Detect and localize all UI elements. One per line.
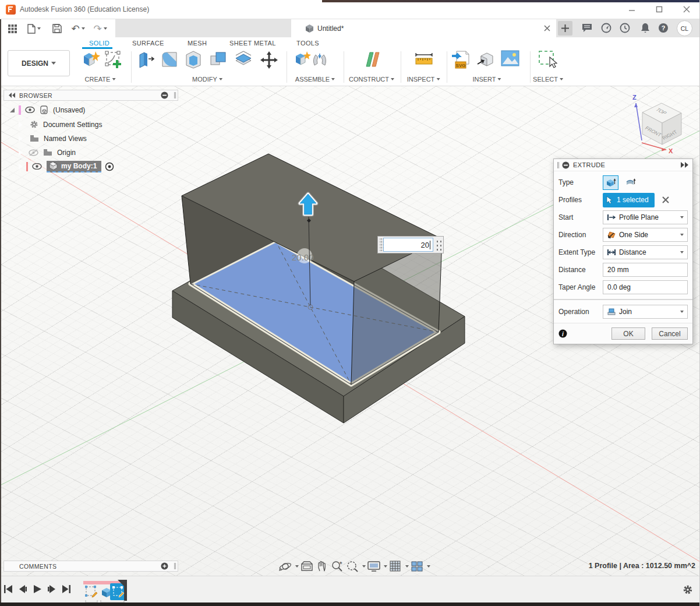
viewport[interactable]: 20.00 20 Z X bbox=[0, 86, 700, 576]
notifications-button[interactable] bbox=[638, 21, 653, 35]
extensions-button[interactable] bbox=[599, 21, 614, 35]
group-label-assemble[interactable]: ASSEMBLE bbox=[295, 76, 335, 83]
document-tab[interactable]: Untitled* bbox=[291, 19, 556, 37]
tree-row-body[interactable]: my Body:1 bbox=[19, 160, 118, 172]
display-caret-icon[interactable] bbox=[384, 565, 387, 568]
combine-button[interactable] bbox=[209, 50, 228, 71]
collapsed-arrow-icon[interactable] bbox=[19, 164, 23, 170]
move-copy-button[interactable] bbox=[259, 50, 279, 72]
close-window-button[interactable] bbox=[678, 3, 695, 16]
type-thin-extrude-button[interactable] bbox=[623, 175, 638, 190]
tree-row-document-settings[interactable]: Document Settings bbox=[19, 118, 105, 131]
browser-grip[interactable] bbox=[174, 92, 175, 98]
app-launcher-icon[interactable] bbox=[5, 22, 20, 36]
distance-input-field[interactable]: 20 bbox=[383, 238, 433, 252]
close-tab-icon[interactable] bbox=[544, 25, 550, 31]
taper-angle-input[interactable]: 0.0 deg bbox=[603, 280, 688, 294]
insert-mesh-button[interactable] bbox=[476, 50, 495, 71]
ground-to-parent-icon[interactable] bbox=[105, 162, 114, 171]
browser-collapse-all-icon[interactable] bbox=[161, 91, 168, 99]
direction-dropdown[interactable]: One Side bbox=[603, 228, 688, 242]
tree-row-root[interactable]: (Unsaved) bbox=[8, 104, 89, 116]
tree-row-named-views[interactable]: Named Views bbox=[19, 132, 90, 145]
select-button[interactable] bbox=[538, 50, 558, 71]
timeline-settings-gear-icon[interactable] bbox=[683, 584, 693, 595]
display-settings-tool[interactable] bbox=[367, 559, 381, 573]
tab-sheet-metal[interactable]: SHEET METAL bbox=[229, 40, 276, 47]
redo-button[interactable]: ↷ bbox=[91, 22, 109, 36]
job-status-button[interactable] bbox=[579, 21, 595, 35]
group-label-create[interactable]: CREATE bbox=[85, 76, 116, 83]
create-sketch-button[interactable] bbox=[104, 50, 124, 71]
collapse-browser-icon[interactable] bbox=[9, 93, 16, 98]
step-forward-icon[interactable] bbox=[47, 584, 56, 594]
operation-dropdown[interactable]: Join bbox=[603, 305, 688, 319]
play-icon[interactable] bbox=[33, 584, 42, 594]
orbit-tool[interactable] bbox=[278, 559, 292, 573]
start-dropdown[interactable]: Profile Plane bbox=[603, 210, 688, 224]
visibility-eye-icon[interactable] bbox=[32, 163, 42, 170]
tab-solid[interactable]: SOLID bbox=[89, 40, 109, 47]
tab-surface[interactable]: SURFACE bbox=[132, 40, 164, 47]
group-label-insert[interactable]: INSERT bbox=[472, 76, 501, 83]
comments-bar[interactable]: COMMENTS bbox=[3, 561, 178, 572]
viewports-caret-icon[interactable] bbox=[427, 565, 430, 568]
viewports-tool[interactable] bbox=[410, 559, 424, 573]
group-label-construct[interactable]: CONSTRUCT bbox=[349, 76, 394, 83]
grid-caret-icon[interactable] bbox=[405, 565, 409, 568]
tree-row-origin[interactable]: Origin bbox=[19, 146, 79, 158]
cancel-button[interactable]: Cancel bbox=[652, 327, 688, 340]
minimize-button[interactable] bbox=[623, 3, 641, 16]
offset-face-button[interactable] bbox=[234, 50, 253, 71]
comments-grip[interactable] bbox=[174, 563, 175, 569]
fillet-button[interactable] bbox=[160, 50, 179, 71]
group-label-select[interactable]: SELECT bbox=[533, 76, 563, 83]
input-drag-grip[interactable] bbox=[379, 238, 383, 251]
input-options-handle-icon[interactable] bbox=[435, 238, 442, 251]
pan-tool[interactable] bbox=[315, 559, 329, 573]
dialog-collapse-icon[interactable] bbox=[562, 161, 570, 169]
new-document-tab-button[interactable] bbox=[558, 21, 572, 36]
tree-label-origin[interactable]: Origin bbox=[57, 149, 76, 157]
dialog-grip[interactable] bbox=[557, 162, 558, 168]
save-button[interactable] bbox=[50, 22, 64, 36]
maximize-button[interactable] bbox=[650, 3, 668, 16]
new-component-button[interactable] bbox=[294, 50, 311, 70]
press-pull-button[interactable] bbox=[136, 50, 155, 71]
go-to-end-icon[interactable] bbox=[62, 584, 71, 594]
tree-label-document-settings[interactable]: Document Settings bbox=[43, 121, 102, 129]
zoom-window-caret-icon[interactable] bbox=[362, 565, 366, 568]
shell-button[interactable] bbox=[184, 50, 203, 71]
dialog-header[interactable]: EXTRUDE bbox=[554, 159, 692, 171]
undo-button[interactable]: ↶ bbox=[69, 22, 87, 36]
distance-value-input[interactable]: 20 mm bbox=[603, 263, 688, 277]
timeline-position-marker[interactable] bbox=[116, 579, 128, 601]
collapsed-arrow-icon[interactable] bbox=[19, 136, 23, 142]
tree-label-unsaved[interactable]: (Unsaved) bbox=[53, 106, 85, 114]
construct-plane-button[interactable] bbox=[363, 50, 383, 72]
canvas-button[interactable] bbox=[501, 50, 519, 69]
measure-button[interactable] bbox=[413, 50, 434, 70]
tree-label-named-views[interactable]: Named Views bbox=[44, 135, 87, 143]
tree-label-body[interactable]: my Body:1 bbox=[61, 162, 97, 170]
tab-tools[interactable]: TOOLS bbox=[296, 40, 319, 47]
zoom-window-tool[interactable] bbox=[345, 559, 359, 573]
collapsed-arrow-icon[interactable] bbox=[19, 122, 23, 128]
orbit-caret-icon[interactable] bbox=[295, 565, 299, 568]
tab-mesh[interactable]: MESH bbox=[188, 40, 207, 47]
extent-type-dropdown[interactable]: Distance bbox=[603, 245, 688, 259]
go-to-start-icon[interactable] bbox=[3, 584, 13, 594]
new-body-button[interactable] bbox=[80, 50, 100, 71]
collapsed-arrow-icon[interactable] bbox=[19, 150, 23, 156]
profiles-selection-button[interactable]: 1 selected bbox=[603, 193, 655, 207]
clear-selection-icon[interactable] bbox=[662, 196, 669, 203]
info-icon[interactable]: i bbox=[558, 329, 567, 338]
add-comment-icon[interactable] bbox=[161, 562, 168, 570]
dialog-expand-icon[interactable] bbox=[681, 162, 689, 168]
ok-button[interactable]: OK bbox=[611, 327, 645, 340]
visibility-eye-icon[interactable] bbox=[25, 107, 35, 113]
type-solid-extrude-button[interactable] bbox=[603, 175, 618, 190]
avatar[interactable]: CL bbox=[677, 20, 692, 36]
help-button[interactable]: ? bbox=[656, 21, 671, 35]
timeline-item-sketch1[interactable] bbox=[84, 585, 98, 599]
